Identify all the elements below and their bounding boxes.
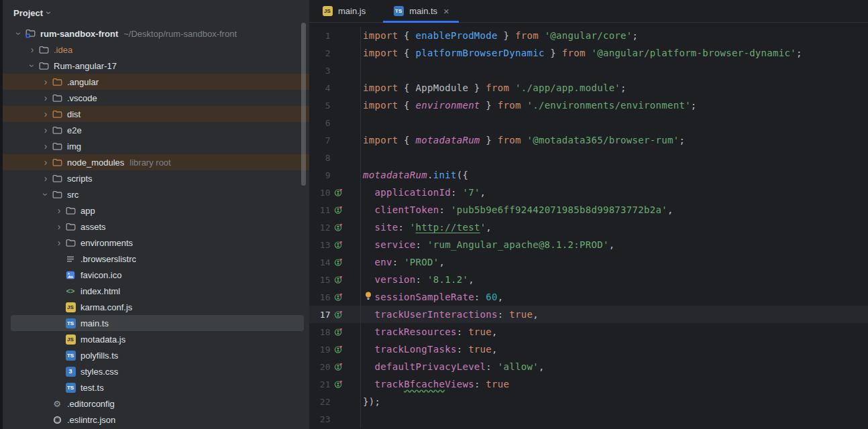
project-panel-header[interactable]: Project › xyxy=(3,0,309,25)
gutter-annotation-icon[interactable] xyxy=(331,288,361,306)
chevron-collapsed-icon[interactable]: › xyxy=(54,222,64,231)
code-line-12[interactable]: 12 site: 'http://test', xyxy=(309,219,868,236)
tree-item-suffix: library root xyxy=(129,158,170,168)
code-line-17[interactable]: 17 trackUserInteractions: true, xyxy=(309,306,868,323)
tree-item-scripts[interactable]: ›scripts xyxy=(3,170,309,186)
folder-icon xyxy=(51,174,63,183)
gutter-annotation-icon[interactable] xyxy=(331,201,361,219)
code-line-19[interactable]: 19 trackLongTasks: true, xyxy=(309,341,868,358)
chevron-collapsed-icon[interactable]: › xyxy=(40,109,51,119)
code-line-14[interactable]: 14 env: 'PROD', xyxy=(309,253,868,271)
code-line-9[interactable]: 9motadataRum.init({ xyxy=(309,166,868,184)
tree-item-rum-sandbox-front[interactable]: ›rum-sandbox-front~/Desktop/rum-sandbox-… xyxy=(3,25,309,42)
code-line-23[interactable]: 23 xyxy=(309,410,868,428)
code-token: from xyxy=(515,30,545,41)
code-token: : xyxy=(457,344,468,355)
code-line-8[interactable]: 8 xyxy=(309,149,868,166)
tree-item-environments[interactable]: ›environments xyxy=(3,235,309,251)
chevron-expanded-icon[interactable]: › xyxy=(14,28,23,39)
tree-item-karma-conf-js[interactable]: JSkarma.conf.js xyxy=(3,299,309,315)
tree-item-idea[interactable]: ›.idea xyxy=(3,42,309,58)
code-line-7[interactable]: 7import { motadataRum } from '@motadata3… xyxy=(309,131,868,149)
code-line-18[interactable]: 18 trackResources: true, xyxy=(309,323,868,341)
chevron-collapsed-icon[interactable]: › xyxy=(40,93,51,103)
code-line-15[interactable]: 15 version: '8.1.2', xyxy=(309,271,868,288)
code-line-4[interactable]: 4import { AppModule } from './app/app.mo… xyxy=(309,79,868,97)
code-line-3[interactable]: 3 xyxy=(309,62,868,79)
chevron-collapsed-icon[interactable]: › xyxy=(54,238,64,247)
code-text: motadataRum.init({ xyxy=(361,170,868,180)
code-line-21[interactable]: 21 trackBfcacheViews: true xyxy=(309,375,868,393)
gutter-annotation-icon[interactable] xyxy=(331,253,361,271)
tree-item-dist[interactable]: ›dist xyxy=(3,106,309,122)
tab-main-ts[interactable]: TSmain.ts× xyxy=(383,0,459,22)
gutter-annotation-icon[interactable] xyxy=(331,323,361,341)
tree-item-eslintrc-json[interactable]: .eslintrc.json xyxy=(3,412,309,428)
code-line-16[interactable]: 16 sessionSampleRate: 60, xyxy=(309,288,868,306)
url-link[interactable]: http://test xyxy=(416,222,480,233)
gutter-annotation-icon[interactable] xyxy=(331,341,361,358)
code-token: true xyxy=(468,326,492,337)
gutter-annotation-icon[interactable] xyxy=(331,236,361,253)
chevron-collapsed-icon[interactable]: › xyxy=(40,141,51,151)
tree-item-main-ts[interactable]: TSmain.ts xyxy=(11,315,304,331)
code-token: } xyxy=(480,135,498,145)
chevron-expanded-icon[interactable]: › xyxy=(41,189,50,200)
tree-item-polyfills-ts[interactable]: TSpolyfills.ts xyxy=(3,347,309,363)
chevron-expanded-icon[interactable]: › xyxy=(28,60,37,71)
code-line-2[interactable]: 2import { platformBrowserDynamic } from … xyxy=(309,44,868,62)
chevron-collapsed-icon[interactable]: › xyxy=(27,45,38,54)
chevron-collapsed-icon[interactable]: › xyxy=(40,174,51,183)
gutter-annotation-icon[interactable] xyxy=(331,375,361,393)
tree-item-angular[interactable]: ›.angular xyxy=(3,74,309,90)
gutter-annotation-icon[interactable] xyxy=(331,358,361,375)
tree-item-src[interactable]: ›src xyxy=(3,186,309,202)
tree-item-browserslistrc[interactable]: .browserslistrc xyxy=(3,251,309,267)
tree-item-index-html[interactable]: <>index.html xyxy=(3,283,309,299)
tree-item-label: .editorconfig xyxy=(67,399,115,409)
chevron-collapsed-icon[interactable]: › xyxy=(40,77,51,86)
code-token xyxy=(363,344,374,355)
code-token: clientToken xyxy=(374,204,439,215)
gutter-annotation-icon[interactable] xyxy=(331,271,361,288)
chevron-collapsed-icon[interactable]: › xyxy=(40,125,51,135)
code-token: true xyxy=(468,344,492,355)
code-line-13[interactable]: 13 service: 'rum_Angular_apache@8.1.2:PR… xyxy=(309,236,868,253)
tree-item-node-modules[interactable]: ›node_moduleslibrary root xyxy=(3,154,309,170)
code-line-6[interactable]: 6 xyxy=(309,114,868,131)
tree-item-vscode[interactable]: ›.vscode xyxy=(3,90,309,106)
tab-main-js[interactable]: JSmain.js xyxy=(312,0,375,22)
tree-item-styles-css[interactable]: 3styles.css xyxy=(3,363,309,379)
ide-window: Project › ›rum-sandbox-front~/Desktop/ru… xyxy=(0,0,868,429)
gutter-annotation-icon[interactable] xyxy=(331,184,361,201)
intention-bulb-icon[interactable] xyxy=(364,292,372,302)
code-token: ' xyxy=(480,222,486,233)
tree-item-editorconfig[interactable]: ⚙.editorconfig xyxy=(3,395,309,412)
chevron-collapsed-icon[interactable]: › xyxy=(54,206,64,215)
close-icon[interactable]: × xyxy=(443,6,449,16)
scrollbar-thumb[interactable] xyxy=(301,23,306,186)
code-line-22[interactable]: 22}); xyxy=(309,393,868,410)
tree-item-rum-angular-17[interactable]: ›Rum-angular-17 xyxy=(3,58,309,74)
line-number: 21 xyxy=(309,379,331,389)
code-line-1[interactable]: 1import { enableProdMode } from '@angula… xyxy=(309,27,868,44)
tree-item-label: e2e xyxy=(67,125,82,135)
gutter-annotation-icon[interactable] xyxy=(331,219,361,236)
line-number: 13 xyxy=(309,240,331,250)
tree-item-motadata-js[interactable]: JSmotadata.js xyxy=(3,331,309,347)
tree-item-favicon-ico[interactable]: favicon.ico xyxy=(3,267,309,283)
chevron-collapsed-icon[interactable]: › xyxy=(40,158,51,167)
tree-item-test-ts[interactable]: TStest.ts xyxy=(3,379,309,395)
tree-item-app[interactable]: ›app xyxy=(3,202,309,219)
gutter-annotation-icon[interactable] xyxy=(331,306,361,323)
tree-item-assets[interactable]: ›assets xyxy=(3,219,309,235)
code-line-11[interactable]: 11 clientToken: 'pub5b9e6ff92442071985b8… xyxy=(309,201,868,219)
code-editor[interactable]: 1import { enableProdMode } from '@angula… xyxy=(309,23,868,429)
code-line-20[interactable]: 20 defaultPrivacyLevel: 'allow', xyxy=(309,358,868,375)
tree-item-e2e[interactable]: ›e2e xyxy=(3,122,309,138)
code-line-10[interactable]: 10 applicationId: '7', xyxy=(309,184,868,201)
code-token: , xyxy=(480,187,486,198)
code-line-5[interactable]: 5import { environment } from './environm… xyxy=(309,97,868,114)
tree-item-img[interactable]: ›img xyxy=(3,138,309,154)
code-token: defaultPrivacyLevel xyxy=(374,361,486,372)
